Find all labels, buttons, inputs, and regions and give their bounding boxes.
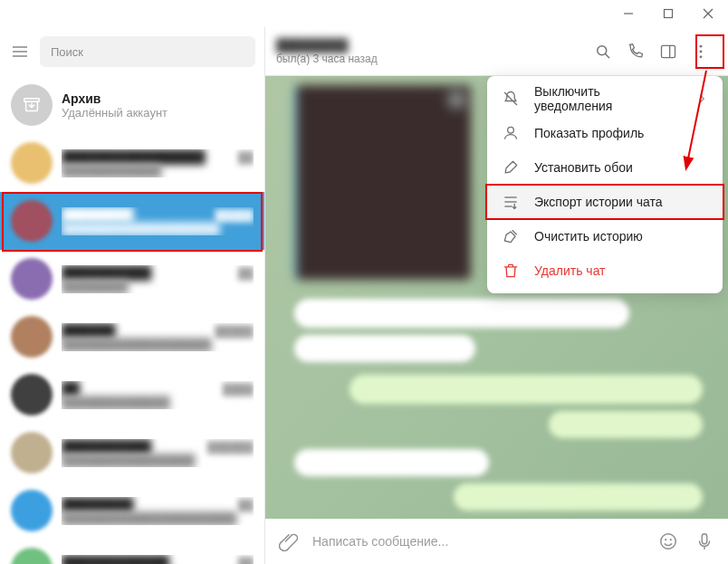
attach-icon[interactable] — [276, 529, 302, 554]
call-icon[interactable] — [619, 35, 652, 68]
chat-status: был(а) 3 часа назад — [276, 53, 587, 65]
chevron-right-icon — [695, 92, 708, 105]
archive-subtitle: Удалённый аккаунт — [62, 106, 254, 119]
chat-name: ████████ — [276, 38, 587, 53]
menu-profile[interactable]: Показать профиль — [487, 116, 723, 150]
svg-point-17 — [670, 539, 672, 540]
chat-list-item[interactable]: ████████████████████████████ — [0, 540, 264, 564]
chat-header: ████████ был(а) 3 часа назад — [265, 27, 728, 76]
message-bubble[interactable] — [294, 299, 629, 328]
chat-list-item[interactable]: ████████████████████████████████ — [0, 424, 264, 482]
svg-point-19 — [508, 127, 514, 133]
chat-list-item-selected[interactable]: ████████████████████████████████ — [0, 192, 264, 250]
close-icon[interactable]: ✕ — [445, 89, 467, 110]
archive-icon — [22, 95, 42, 115]
search-placeholder: Поиск — [51, 45, 83, 59]
close-window-button[interactable] — [688, 0, 728, 27]
menu-export[interactable]: Экспорт истории чата — [487, 185, 723, 219]
message-bubble[interactable] — [350, 375, 703, 404]
message-bubble[interactable] — [294, 335, 475, 362]
chat-list-item[interactable]: █████████████████████████████ — [0, 308, 264, 366]
menu-icon[interactable] — [9, 41, 31, 62]
menu-mute[interactable]: Выключить уведомления — [487, 81, 723, 116]
svg-point-16 — [665, 539, 666, 540]
svg-point-15 — [661, 534, 676, 550]
voice-icon[interactable] — [692, 529, 717, 554]
split-view-icon[interactable] — [652, 35, 685, 68]
more-icon[interactable] — [685, 35, 717, 68]
mute-icon — [502, 90, 520, 108]
maximize-button[interactable] — [648, 0, 688, 27]
chat-list-item[interactable]: ███████████████████ — [0, 366, 264, 424]
svg-rect-7 — [24, 99, 40, 102]
compose-bar: Написать сообщение... — [265, 519, 728, 564]
minimize-button[interactable] — [608, 0, 648, 27]
message-input[interactable]: Написать сообщение... — [312, 534, 645, 549]
sidebar: Поиск Архив Удалённый аккаунт ██████████… — [0, 27, 265, 564]
pinned-media[interactable]: ✕ — [294, 85, 471, 280]
search-input[interactable]: Поиск — [40, 36, 255, 67]
message-bubble[interactable] — [549, 411, 703, 438]
window-titlebar — [0, 0, 728, 27]
chat-list-item[interactable]: ████████████████████ — [0, 250, 264, 308]
menu-wallpaper[interactable]: Установить обои — [487, 150, 723, 185]
chat-options-menu: Выключить уведомления Показать профиль У… — [487, 76, 723, 293]
archive-item[interactable]: Архив Удалённый аккаунт — [0, 76, 264, 134]
svg-rect-1 — [665, 10, 673, 18]
chat-panel: ████████ был(а) 3 часа назад ✕ 21:45 — [265, 27, 728, 564]
profile-icon — [502, 124, 520, 142]
chat-list: Архив Удалённый аккаунт ████████████████… — [0, 76, 264, 564]
trash-icon — [502, 262, 520, 280]
svg-rect-18 — [702, 534, 707, 544]
svg-rect-10 — [662, 45, 675, 57]
svg-point-14 — [700, 55, 703, 58]
chat-list-item[interactable]: ██████████████████████████████ — [0, 134, 264, 192]
brush-icon — [502, 158, 520, 177]
archive-title: Архив — [62, 91, 101, 106]
export-icon — [502, 193, 520, 211]
broom-icon — [502, 227, 520, 245]
message-bubble[interactable] — [454, 483, 703, 511]
menu-delete[interactable]: Удалить чат — [487, 253, 723, 288]
chat-list-item[interactable]: ███████████████████████████████ — [0, 482, 264, 540]
svg-line-9 — [606, 53, 609, 57]
menu-clear[interactable]: Очистить историю — [487, 219, 723, 253]
search-icon[interactable] — [587, 35, 619, 68]
svg-point-12 — [700, 44, 703, 47]
message-bubble[interactable] — [294, 449, 489, 476]
svg-point-13 — [700, 50, 703, 53]
emoji-icon[interactable] — [656, 529, 681, 554]
